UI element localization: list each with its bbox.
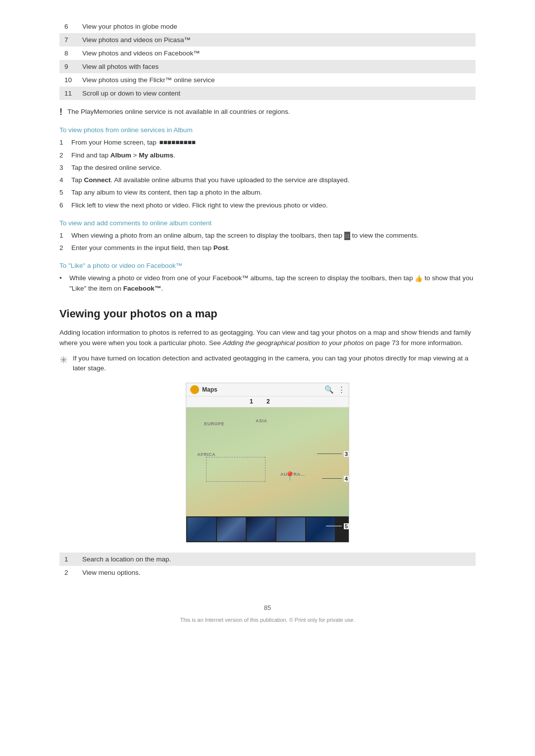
callout-4-label: 4 bbox=[344, 476, 349, 482]
callout-1-label: 1 bbox=[250, 398, 253, 405]
list-item: 4Tap Connect. All available online album… bbox=[59, 175, 476, 185]
list-item: 6Flick left to view the next photo or vi… bbox=[59, 201, 476, 210]
row-num: 10 bbox=[59, 73, 77, 87]
map-dashed-rect bbox=[206, 457, 266, 482]
step-text: Find and tap Album > My albums. bbox=[71, 151, 476, 160]
photo-thumb-5 bbox=[306, 517, 335, 541]
map-pin: 📍 bbox=[284, 471, 295, 482]
section3: To "Like" a photo or video on Facebook™ … bbox=[59, 262, 476, 294]
list-item: 1When viewing a photo from an online alb… bbox=[59, 231, 476, 241]
step-text: Tap Connect. All available online albums… bbox=[71, 175, 476, 185]
row-num: 8 bbox=[59, 47, 77, 60]
step-text: From your Home screen, tap ■■■■■■■■■. bbox=[71, 138, 476, 148]
row-num: 7 bbox=[59, 33, 77, 47]
row-num: 9 bbox=[59, 60, 77, 73]
main-body-para: Adding location information to photos is… bbox=[59, 327, 476, 349]
step-text: Tap the desired online service. bbox=[71, 163, 476, 173]
page-footer: 85 This is an Internet version of this p… bbox=[59, 599, 476, 623]
row-text: View photos and videos on Picasa™ bbox=[77, 33, 476, 47]
photo-thumb-4 bbox=[276, 517, 305, 541]
step-num: 4 bbox=[59, 175, 71, 185]
map-header-left: Maps bbox=[190, 385, 217, 394]
step-text: Flick left to view the next photo or vid… bbox=[71, 201, 476, 210]
europe-label: EUROPE bbox=[204, 421, 224, 426]
table-row: 1Search a location on the map. bbox=[59, 553, 476, 566]
warning-icon: ! bbox=[59, 107, 62, 117]
info-note: ✳ If you have turned on location detecti… bbox=[59, 353, 476, 374]
list-item: 2Find and tap Album > My albums. bbox=[59, 151, 476, 160]
table-row: 9View all photos with faces bbox=[59, 60, 476, 73]
section2-steps-list: 1When viewing a photo from an online alb… bbox=[59, 231, 476, 253]
table-row: 7View photos and videos on Picasa™ bbox=[59, 33, 476, 47]
list-item: 2Enter your comments in the input field,… bbox=[59, 243, 476, 253]
step-num: 2 bbox=[59, 243, 71, 253]
callout-5: 5 bbox=[326, 523, 349, 529]
step-num: 5 bbox=[59, 188, 71, 198]
warning-note: ! The PlayMemories online service is not… bbox=[59, 108, 476, 117]
map-body: EUROPE ASIA AFRICA AUSTRA... 3 4 📍 bbox=[186, 407, 349, 516]
section2: To view and add comments to online album… bbox=[59, 219, 476, 253]
section1-steps-list: 1From your Home screen, tap ■■■■■■■■■.2F… bbox=[59, 138, 476, 210]
row-text: Search a location on the map. bbox=[77, 553, 476, 566]
photo-thumb-2 bbox=[217, 517, 246, 541]
footer-text: This is an Internet version of this publ… bbox=[180, 617, 355, 623]
step-num: 1 bbox=[59, 138, 71, 148]
table-row: 8View photos and videos on Facebook™ bbox=[59, 47, 476, 60]
photo-thumb-3 bbox=[247, 517, 275, 541]
row-num: 11 bbox=[59, 87, 77, 100]
section2-heading: To view and add comments to online album… bbox=[59, 219, 476, 227]
menu-icon: ⋮ bbox=[338, 385, 345, 394]
list-item: 5Tap any album to view its content, then… bbox=[59, 188, 476, 198]
photo-strip bbox=[186, 516, 349, 542]
row-text: View photos using the Flickr™ online ser… bbox=[77, 73, 476, 87]
section1-heading: To view photos from online services in A… bbox=[59, 126, 476, 134]
list-item: •While viewing a photo or video from one… bbox=[59, 273, 476, 294]
step-text: Tap any album to view its content, then … bbox=[71, 188, 476, 198]
row-num: 1 bbox=[59, 553, 77, 566]
callout-3: 3 bbox=[317, 451, 349, 457]
callout-4: 4 bbox=[322, 476, 349, 482]
map-header-icons: 🔍 ⋮ bbox=[324, 385, 345, 394]
callout-3-label: 3 bbox=[344, 451, 349, 457]
photo-strip-container: 5 bbox=[186, 516, 349, 542]
row-num: 6 bbox=[59, 20, 77, 33]
section3-heading: To "Like" a photo or video on Facebook™ bbox=[59, 262, 476, 269]
table-row: 6View your photos in globe mode bbox=[59, 20, 476, 33]
page-number: 85 bbox=[59, 604, 476, 611]
africa-label: AFRICA bbox=[197, 452, 215, 457]
step-num: 1 bbox=[59, 231, 71, 241]
map-callouts-top: 1 2 bbox=[186, 397, 349, 407]
table-row: 11Scroll up or down to view content bbox=[59, 87, 476, 100]
map-container: Maps 🔍 ⋮ 1 2 EUROPE ASIA AFRICA AUSTRA..… bbox=[186, 383, 349, 543]
list-item: 3Tap the desired online service. bbox=[59, 163, 476, 173]
list-item: 1From your Home screen, tap ■■■■■■■■■. bbox=[59, 138, 476, 148]
step-num: 2 bbox=[59, 151, 71, 160]
info-note-text: If you have turned on location detection… bbox=[73, 353, 476, 374]
search-icon: 🔍 bbox=[324, 385, 334, 394]
step-text: When viewing a photo from an online albu… bbox=[71, 231, 476, 241]
top-table: 6View your photos in globe mode7View pho… bbox=[59, 20, 476, 100]
step-num: 6 bbox=[59, 201, 71, 210]
section1: To view photos from online services in A… bbox=[59, 126, 476, 210]
bullet-text: While viewing a photo or video from one … bbox=[69, 273, 476, 294]
row-text: View all photos with faces bbox=[77, 60, 476, 73]
step-num: 3 bbox=[59, 163, 71, 173]
photo-thumb-1 bbox=[187, 517, 216, 541]
row-text: Scroll up or down to view content bbox=[77, 87, 476, 100]
asia-label: ASIA bbox=[256, 418, 268, 423]
section3-bullets-list: •While viewing a photo or video from one… bbox=[59, 273, 476, 294]
warning-text: The PlayMemories online service is not a… bbox=[67, 108, 290, 115]
row-text: View your photos in globe mode bbox=[77, 20, 476, 33]
callout-2-label: 2 bbox=[267, 398, 270, 405]
maps-label: Maps bbox=[202, 386, 217, 393]
row-text: View photos and videos on Facebook™ bbox=[77, 47, 476, 60]
bullet-marker: • bbox=[59, 273, 69, 283]
callout-5-label: 5 bbox=[344, 523, 349, 529]
info-icon: ✳ bbox=[59, 353, 68, 367]
map-header: Maps 🔍 ⋮ bbox=[186, 383, 349, 397]
main-section-heading: Viewing your photos on a map bbox=[59, 307, 476, 320]
row-num: 2 bbox=[59, 566, 77, 579]
table-row: 2View menu options. bbox=[59, 566, 476, 579]
bottom-table: 1Search a location on the map.2View menu… bbox=[59, 553, 476, 579]
maps-icon bbox=[190, 385, 199, 394]
